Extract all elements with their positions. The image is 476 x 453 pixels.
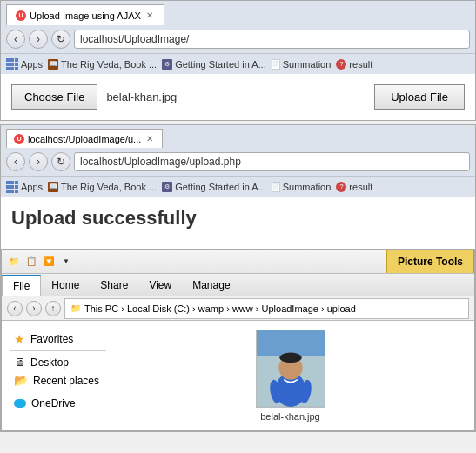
- doc-icon-2: 📄: [272, 182, 280, 192]
- bookmark-getting-label-1: Getting Started in A...: [175, 59, 266, 70]
- ribbon-view-label: View: [149, 279, 171, 291]
- svg-point-4: [279, 352, 301, 363]
- path-text: This PC › Local Disk (C:) › wamp › www ›…: [84, 303, 356, 314]
- address-bar-1[interactable]: localhost/UploadImage/: [74, 30, 470, 49]
- path-nav-area: ‹ › ↑ 📁 This PC › Local Disk (C:) › wamp…: [2, 296, 474, 321]
- ribbon-tab-view[interactable]: View: [138, 276, 182, 295]
- favorites-label: Favorites: [30, 333, 73, 345]
- bookmark-result-1[interactable]: ? result: [336, 59, 372, 70]
- bookmark-rigveda-label-2: The Rig Veda, Book ...: [61, 182, 157, 192]
- result-icon-1: ?: [336, 59, 346, 70]
- recent-folder-icon: 📂: [14, 374, 28, 387]
- star-icon: ★: [14, 332, 25, 346]
- getting-icon-1: ⚙: [162, 59, 172, 70]
- tab-label-2: localhost/UploadImage/u...: [28, 134, 141, 144]
- refresh-button-2[interactable]: ↻: [51, 152, 70, 171]
- desktop-label: Desktop: [30, 356, 69, 369]
- getting-icon-2: ⚙: [162, 182, 172, 192]
- desktop-folder-icon: 🖥: [14, 356, 25, 369]
- ribbon-tab-share[interactable]: Share: [90, 276, 138, 295]
- file-thumbnail[interactable]: [256, 330, 325, 408]
- bookmark-apps-label-2: Apps: [21, 182, 43, 192]
- tab-label-1: Upload Image using AJAX: [30, 10, 141, 21]
- ribbon-tab-file[interactable]: File: [2, 275, 41, 296]
- bookmark-summation-2[interactable]: 📄 Summation: [272, 182, 332, 192]
- browser-tab-2[interactable]: U localhost/UploadImage/u... ✕: [6, 129, 163, 148]
- apps-grid-icon-1: [6, 58, 18, 70]
- sidebar-panel: ★ Favorites 🖥 Desktop 📂 Recent places: [10, 330, 466, 422]
- bookmark-rigveda-1[interactable]: 📖 The Rig Veda, Book ...: [48, 59, 157, 70]
- result-icon-2: ?: [336, 182, 346, 192]
- onedrive-label: OneDrive: [31, 397, 76, 410]
- forward-button-1[interactable]: ›: [29, 30, 48, 49]
- toolbar-small-arrow[interactable]: ▼: [59, 255, 73, 269]
- tab-close-2[interactable]: ✕: [144, 134, 155, 144]
- doc-icon-1: 📄: [272, 59, 280, 70]
- bookmark-getting-label-2: Getting Started in A...: [175, 182, 266, 192]
- file-name-display: belal-khan.jpg: [106, 90, 177, 103]
- nav-bar-1: ‹ › ↻ localhost/UploadImage/: [1, 25, 475, 53]
- tab-close-1[interactable]: ✕: [144, 10, 155, 21]
- path-forward-button[interactable]: ›: [26, 301, 42, 316]
- sidebar-left: ★ Favorites 🖥 Desktop 📂 Recent places: [10, 330, 106, 422]
- tab-icon-1: U: [16, 10, 26, 21]
- success-heading: Upload successfully: [11, 207, 465, 230]
- sidebar-favorites[interactable]: ★ Favorites: [10, 330, 106, 349]
- sidebar-desktop[interactable]: 🖥 Desktop: [10, 353, 106, 371]
- ribbon-tab-manage[interactable]: Manage: [182, 276, 240, 295]
- upload-file-button[interactable]: Upload File: [374, 84, 465, 110]
- address-path[interactable]: 📁 This PC › Local Disk (C:) › wamp › www…: [64, 298, 469, 319]
- bookmark-apps-1[interactable]: Apps: [6, 58, 43, 70]
- bookmark-getting-1[interactable]: ⚙ Getting Started in A...: [162, 59, 266, 70]
- bookmark-apps-2[interactable]: Apps: [6, 181, 43, 193]
- toolbar-new-icon[interactable]: 📋: [24, 255, 38, 269]
- sidebar-onedrive[interactable]: OneDrive: [10, 395, 106, 412]
- tab-area-1: U Upload Image using AJAX ✕: [1, 1, 475, 25]
- bookmark-rigveda-2[interactable]: 📖 The Rig Veda, Book ...: [48, 182, 157, 192]
- toolbar-arrow-icon[interactable]: 🔽: [42, 255, 56, 269]
- upload-success-section: Upload successfully: [1, 197, 475, 249]
- ribbon-home-label: Home: [51, 279, 79, 291]
- bookmark-summation-1[interactable]: 📄 Summation: [272, 59, 332, 70]
- picture-tools-tab[interactable]: Picture Tools: [386, 250, 474, 273]
- book-icon-2: 📖: [48, 182, 58, 192]
- refresh-button-1[interactable]: ↻: [51, 30, 70, 49]
- divider-1: [10, 350, 106, 351]
- bookmark-result-2[interactable]: ? result: [336, 182, 372, 192]
- nav-bar-2: ‹ › ↻ localhost/UploadImage/upload.php: [1, 148, 475, 176]
- bookmarks-bar-2: Apps 📖 The Rig Veda, Book ... ⚙ Getting …: [1, 176, 475, 197]
- picture-tools-label: Picture Tools: [398, 256, 463, 268]
- bookmark-apps-label-1: Apps: [21, 59, 43, 70]
- address-bar-2[interactable]: localhost/UploadImage/upload.php: [74, 152, 470, 171]
- file-upload-row: Choose File belal-khan.jpg Upload File: [11, 84, 465, 110]
- recent-label: Recent places: [33, 375, 99, 387]
- page-content-1: Choose File belal-khan.jpg Upload File: [1, 74, 475, 120]
- tab-area-2: U localhost/UploadImage/u... ✕: [1, 125, 475, 148]
- person-svg: [257, 330, 325, 408]
- folder-small-icon: 📁: [70, 303, 81, 313]
- ribbon-share-label: Share: [100, 279, 128, 291]
- back-button-1[interactable]: ‹: [6, 30, 25, 49]
- toolbar-folder-icon[interactable]: 📁: [7, 255, 21, 269]
- browser-window-1: U Upload Image using AJAX ✕ ‹ › ↻ localh…: [0, 0, 476, 121]
- choose-file-button[interactable]: Choose File: [11, 84, 97, 110]
- sidebar-recent[interactable]: 📂 Recent places: [10, 371, 106, 390]
- ribbon-tab-home[interactable]: Home: [41, 276, 90, 295]
- path-up-button[interactable]: ↑: [45, 301, 61, 316]
- ribbon-file-label: File: [13, 280, 30, 292]
- address-text-2: localhost/UploadImage/upload.php: [80, 156, 241, 168]
- bookmark-getting-2[interactable]: ⚙ Getting Started in A...: [162, 182, 266, 192]
- path-back-button[interactable]: ‹: [7, 301, 23, 316]
- ribbon-manage-label: Manage: [192, 279, 230, 291]
- file-explorer: 📁 📋 🔽 ▼ Picture Tools File Home Share Vi…: [1, 249, 475, 431]
- browser-tab-1[interactable]: U Upload Image using AJAX ✕: [6, 4, 164, 25]
- back-button-2[interactable]: ‹: [6, 152, 25, 171]
- onedrive-icon: [14, 399, 26, 408]
- address-text-1: localhost/UploadImage/: [80, 33, 189, 45]
- bookmark-result-label-2: result: [349, 182, 372, 192]
- bookmark-summation-label-1: Summation: [283, 59, 332, 70]
- apps-grid-icon-2: [6, 181, 18, 193]
- explorer-toolbar: 📁 📋 🔽 ▼ Picture Tools: [2, 250, 474, 274]
- bookmarks-bar-1: Apps 📖 The Rig Veda, Book ... ⚙ Getting …: [1, 53, 475, 74]
- forward-button-2[interactable]: ›: [29, 152, 48, 171]
